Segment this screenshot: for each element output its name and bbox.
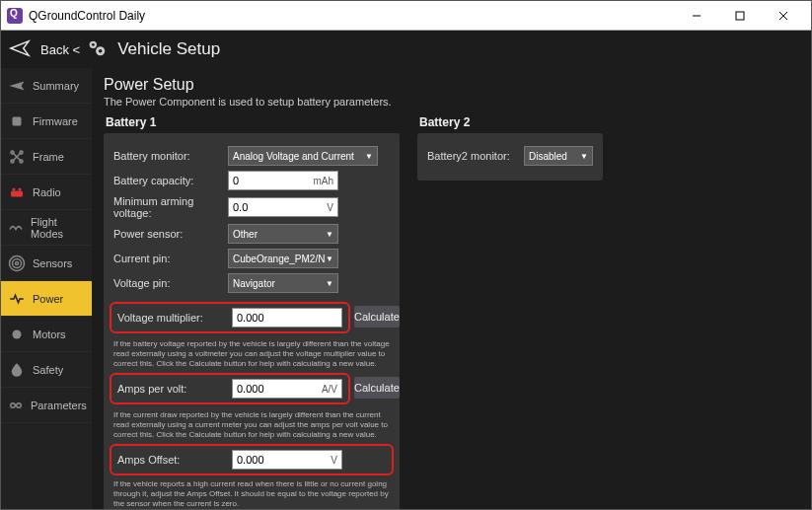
radio-icon	[7, 183, 27, 201]
frame-icon	[7, 148, 27, 166]
battery2-monitor-select[interactable]: Disabled▼	[524, 146, 593, 166]
battery2-panel: Battery2 monitor: Disabled▼	[417, 133, 603, 181]
sidebar-item-summary[interactable]: Summary	[1, 68, 92, 104]
sidebar-item-frame[interactable]: Frame	[1, 139, 92, 175]
sidebar-item-label: Firmware	[33, 115, 78, 127]
sidebar: Summary Firmware Frame Radio Flight Mode…	[1, 68, 92, 509]
close-button[interactable]	[762, 2, 805, 30]
power-sensor-select[interactable]: Other▼	[228, 224, 338, 244]
maximize-button[interactable]	[718, 2, 762, 30]
svg-point-22	[11, 402, 16, 407]
plane-icon	[9, 37, 31, 62]
voltage-pin-label: Voltage pin:	[113, 277, 220, 289]
chevron-down-icon: ▼	[326, 255, 333, 263]
battery-monitor-select[interactable]: Analog Voltage and Current▼	[228, 146, 378, 166]
battery-capacity-input[interactable]: 0 mAh	[228, 171, 338, 190]
battery-capacity-label: Battery capacity:	[113, 175, 220, 186]
svg-point-17	[19, 187, 22, 190]
sidebar-item-label: Radio	[33, 186, 61, 198]
current-pin-label: Current pin:	[113, 253, 220, 264]
sidebar-item-label: Power	[33, 293, 63, 305]
voltage-pin-select[interactable]: Navigator▼	[228, 273, 338, 293]
motors-icon	[7, 326, 27, 343]
sidebar-item-power[interactable]: Power	[1, 281, 92, 317]
voltage-multiplier-calculate-button[interactable]: Calculate	[354, 306, 400, 328]
power-icon	[7, 290, 27, 308]
amps-offset-hint: If the vehicle reports a high current re…	[113, 479, 390, 509]
min-arming-voltage-label: Minimum arming voltage:	[113, 195, 220, 219]
summary-icon	[7, 77, 27, 95]
gears-icon	[86, 37, 108, 62]
svg-point-7	[92, 42, 95, 45]
voltage-multiplier-input[interactable]: 0.000	[232, 308, 342, 328]
chevron-down-icon: ▼	[580, 152, 588, 161]
svg-point-18	[16, 261, 19, 264]
sidebar-item-parameters[interactable]: Parameters	[1, 388, 92, 423]
voltage-multiplier-hint: If the battery voltage reported by the v…	[113, 339, 390, 369]
sidebar-item-firmware[interactable]: Firmware	[1, 104, 92, 139]
sidebar-item-label: Sensors	[33, 257, 72, 269]
battery2-title: Battery 2	[419, 115, 603, 129]
safety-icon	[7, 361, 27, 379]
battery-monitor-label: Battery monitor:	[113, 150, 220, 162]
sidebar-item-safety[interactable]: Safety	[1, 352, 92, 388]
current-pin-select[interactable]: CubeOrange_PM2/Navigator▼	[228, 249, 338, 268]
sidebar-item-label: Summary	[33, 80, 79, 92]
sensors-icon	[7, 255, 27, 272]
svg-rect-1	[736, 12, 744, 20]
svg-point-16	[13, 187, 16, 190]
battery2-monitor-label: Battery2 monitor:	[427, 150, 516, 162]
svg-point-21	[13, 329, 22, 338]
page-title: Power Setup	[104, 76, 799, 94]
sidebar-item-motors[interactable]: Motors	[1, 317, 92, 352]
chevron-down-icon: ▼	[326, 230, 333, 239]
sidebar-item-label: Parameters	[31, 400, 87, 411]
amps-offset-input[interactable]: 0.000 V	[232, 450, 342, 470]
amps-offset-label: Amps Offset:	[117, 454, 224, 466]
sidebar-item-radio[interactable]: Radio	[1, 175, 92, 210]
svg-point-23	[17, 402, 22, 407]
amps-per-volt-label: Amps per volt:	[117, 383, 224, 395]
window-title: QGroundControl Daily	[29, 9, 675, 23]
app-topbar: Back < Vehicle Setup	[1, 31, 811, 68]
min-arming-voltage-input[interactable]: 0.0 V	[228, 197, 338, 217]
sidebar-item-label: Safety	[33, 364, 63, 376]
amps-per-volt-calculate-button[interactable]: Calculate	[354, 377, 400, 399]
section-title: Vehicle Setup	[117, 39, 220, 59]
chevron-down-icon: ▼	[365, 152, 373, 161]
sidebar-item-label: Frame	[33, 151, 64, 163]
minimize-button[interactable]	[675, 2, 718, 30]
parameters-icon	[7, 397, 25, 414]
battery1-title: Battery 1	[106, 115, 400, 129]
page-description: The Power Component is used to setup bat…	[104, 96, 799, 108]
svg-point-19	[13, 258, 22, 267]
main-content: Power Setup The Power Component is used …	[92, 68, 811, 509]
svg-point-6	[99, 48, 103, 52]
sidebar-item-label: Motors	[33, 328, 66, 340]
amps-per-volt-hint: If the current draw reported by the vehi…	[113, 410, 390, 440]
back-button[interactable]: Back <	[40, 42, 80, 57]
battery1-panel: Battery monitor: Analog Voltage and Curr…	[104, 133, 400, 509]
power-sensor-label: Power sensor:	[113, 228, 220, 240]
sidebar-item-label: Flight Modes	[31, 216, 86, 240]
flightmodes-icon	[7, 219, 25, 237]
firmware-icon	[7, 112, 27, 130]
window-titlebar: QGroundControl Daily	[1, 1, 811, 31]
svg-rect-15	[11, 190, 23, 196]
sidebar-item-sensors[interactable]: Sensors	[1, 246, 92, 281]
svg-rect-8	[13, 116, 22, 125]
sidebar-item-flightmodes[interactable]: Flight Modes	[1, 210, 92, 246]
voltage-multiplier-label: Voltage multiplier:	[117, 312, 224, 324]
app-icon	[7, 8, 23, 24]
chevron-down-icon: ▼	[326, 279, 333, 288]
amps-per-volt-input[interactable]: 0.000 A/V	[232, 379, 342, 399]
